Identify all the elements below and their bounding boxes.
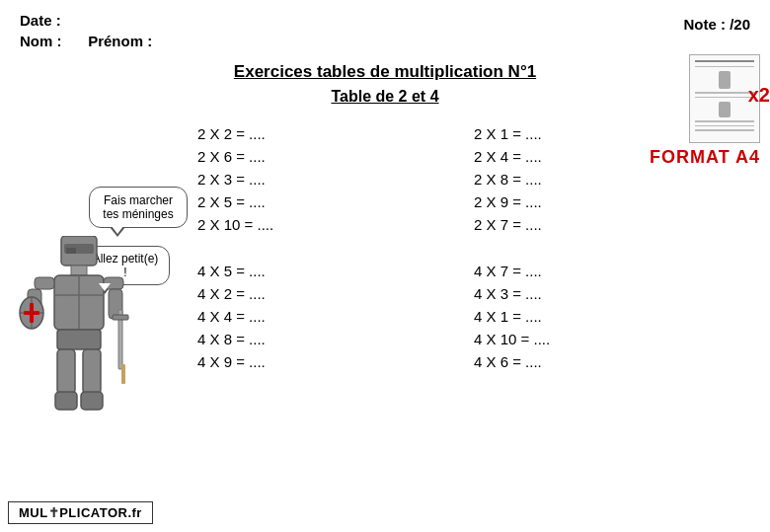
speech-bubble-1: Fais marcher tes méninges: [89, 187, 188, 228]
ex-line: 2 X 9 = ....: [474, 193, 671, 210]
ex-line: 4 X 9 = ....: [197, 353, 395, 370]
date-label: Date :: [20, 12, 152, 29]
ex-line: 4 X 3 = ....: [474, 285, 671, 302]
ex-line: 4 X 1 = ....: [474, 308, 671, 325]
col-set2-left: 4 X 5 = .... 4 X 2 = .... 4 X 4 = .... 4…: [197, 263, 395, 370]
ex-line: 2 X 3 = ....: [197, 171, 395, 188]
ex-line: 2 X 5 = ....: [197, 193, 395, 210]
note-area: Note : /20: [683, 16, 750, 33]
nom-label: Nom :: [20, 33, 62, 49]
ex-line: 4 X 7 = ....: [474, 263, 671, 279]
ex-line: 4 X 4 = ....: [197, 308, 395, 325]
header-left: Date : Nom : Prénom :: [20, 12, 152, 50]
svg-rect-15: [57, 349, 75, 394]
ex-line: 2 X 4 = ....: [474, 148, 671, 165]
svg-rect-18: [81, 392, 103, 410]
header: Date : Nom : Prénom : Note : /20: [0, 0, 770, 54]
ex-line: 2 X 8 = ....: [474, 171, 671, 188]
svg-rect-17: [83, 349, 101, 394]
ex-line: 4 X 2 = ....: [197, 285, 395, 302]
ex-line: 4 X 8 = ....: [197, 331, 395, 347]
svg-rect-14: [57, 330, 101, 349]
ex-line: 4 X 10 = ....: [474, 331, 671, 347]
svg-rect-2: [66, 248, 76, 254]
ex-line: 2 X 2 = ....: [197, 125, 395, 142]
prenom-label: Prénom :: [88, 33, 152, 49]
col-set1-right: 2 X 1 = .... 2 X 4 = .... 2 X 8 = .... 2…: [474, 125, 671, 233]
logo-text: MUL✝PLICATOR.fr: [19, 505, 142, 520]
ex-line: 2 X 1 = ....: [474, 125, 671, 142]
svg-rect-12: [113, 315, 128, 320]
knight-figure: [10, 236, 148, 463]
svg-rect-7: [35, 277, 54, 289]
ex-line: 4 X 6 = ....: [474, 353, 671, 370]
svg-rect-23: [24, 311, 39, 315]
col-set1-left: 2 X 2 = .... 2 X 6 = .... 2 X 3 = .... 2…: [197, 125, 395, 233]
note-label: Note :: [683, 16, 726, 33]
x2-badge: x2: [748, 84, 770, 107]
format-label: FORMAT A4: [650, 147, 760, 168]
svg-rect-16: [55, 392, 77, 410]
svg-rect-3: [71, 266, 87, 275]
logo-bar: MUL✝PLICATOR.fr: [8, 501, 153, 524]
ex-line: 2 X 6 = ....: [197, 148, 395, 165]
ex-line: 2 X 7 = ....: [474, 216, 671, 233]
svg-rect-13: [121, 364, 125, 384]
ex-line: 4 X 5 = ....: [197, 263, 395, 279]
knight-container: Fais marcher tes méninges Allez petit(e)…: [10, 187, 163, 502]
note-value: /20: [730, 16, 750, 33]
ex-line: 2 X 10 = ....: [197, 216, 395, 233]
logo-cross: ✝: [48, 505, 60, 520]
col-set2-right: 4 X 7 = .... 4 X 3 = .... 4 X 1 = .... 4…: [474, 263, 671, 370]
format-badge: x2 FORMAT A4: [650, 54, 760, 168]
